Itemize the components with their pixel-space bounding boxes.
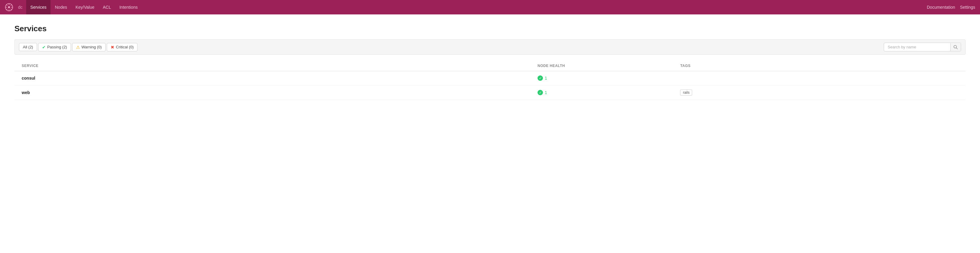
col-header-service: Service [14, 62, 538, 71]
critical-icon: ✖ [111, 45, 114, 50]
navbar: dc Services Nodes Key/Value ACL Intentio… [0, 0, 980, 14]
datacenter-label: dc [16, 5, 25, 9]
svg-point-1 [8, 6, 10, 8]
col-header-tags: Tags [680, 62, 966, 71]
filter-passing[interactable]: ✔ Passing (2) [38, 43, 71, 51]
svg-line-6 [6, 5, 8, 6]
service-tags [680, 71, 966, 85]
filter-all[interactable]: All (2) [19, 43, 37, 51]
brand-logo [5, 3, 13, 11]
table-header: Service Node Health Tags [14, 62, 966, 71]
service-health: ✓1 [538, 71, 680, 85]
filter-bar: All (2) ✔ Passing (2) ⚠ Warning (0) ✖ Cr… [14, 40, 966, 55]
page-title: Services [14, 24, 966, 33]
nav-item-intentions[interactable]: Intentions [115, 0, 142, 14]
svg-line-8 [11, 5, 12, 6]
health-count: 1 [545, 90, 547, 95]
nav-item-services[interactable]: Services [26, 0, 51, 14]
search-button[interactable] [950, 43, 961, 51]
health-count: 1 [545, 76, 547, 81]
documentation-link[interactable]: Documentation [927, 5, 955, 9]
svg-line-7 [11, 9, 12, 10]
tag-badge: rails [680, 90, 692, 96]
service-name: web [14, 85, 538, 100]
search-box [884, 43, 961, 51]
services-table: Service Node Health Tags consul✓1web✓1ra… [14, 62, 966, 100]
svg-line-9 [6, 9, 8, 10]
filter-critical-label: Critical (0) [116, 45, 134, 49]
health-check-icon: ✓ [538, 76, 543, 81]
filter-all-label: All (2) [23, 45, 33, 49]
nav-items: Services Nodes Key/Value ACL Intentions [26, 0, 927, 14]
svg-line-11 [956, 48, 958, 49]
nav-item-keyvalue[interactable]: Key/Value [71, 0, 99, 14]
health-check-icon: ✓ [538, 90, 543, 95]
settings-link[interactable]: Settings [960, 5, 975, 9]
filter-critical[interactable]: ✖ Critical (0) [107, 43, 137, 51]
warning-icon: ⚠ [76, 45, 80, 50]
filter-warning-label: Warning (0) [81, 45, 102, 49]
page-content: Services All (2) ✔ Passing (2) ⚠ Warning… [0, 14, 980, 110]
service-tags: rails [680, 85, 966, 100]
filter-warning[interactable]: ⚠ Warning (0) [72, 43, 106, 51]
service-health: ✓1 [538, 85, 680, 100]
table-row[interactable]: consul✓1 [14, 71, 966, 85]
passing-icon: ✔ [42, 45, 46, 50]
table-row[interactable]: web✓1rails [14, 85, 966, 100]
filter-passing-label: Passing (2) [47, 45, 67, 49]
nav-item-acl[interactable]: ACL [99, 0, 115, 14]
search-icon [953, 45, 958, 49]
col-header-health: Node Health [538, 62, 680, 71]
nav-item-nodes[interactable]: Nodes [51, 0, 71, 14]
search-input[interactable] [884, 43, 950, 51]
service-name: consul [14, 71, 538, 85]
navbar-right: Documentation Settings [927, 5, 975, 9]
